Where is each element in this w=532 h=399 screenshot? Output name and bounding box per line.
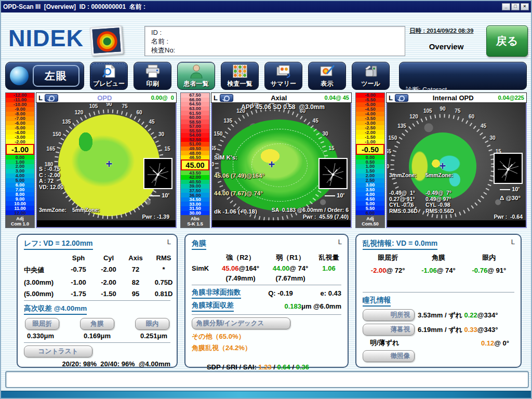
scale-cell: -4.00 (6, 130, 34, 135)
eye-indicator: L (38, 94, 43, 102)
hoa-refraction-button[interactable]: 眼屈折 (25, 318, 59, 330)
psf-inset (143, 158, 172, 189)
map-bottom-strip (387, 220, 526, 227)
map-header-value: 0.04@225 (498, 95, 525, 101)
scale-cell: -5.00 (6, 125, 34, 130)
column-header: Cyl (94, 254, 124, 262)
scale-cell: 4.00 (356, 192, 384, 197)
spherical-aberration-link[interactable]: 角膜球面収差 (192, 301, 234, 312)
scale-highlight-cell[interactable]: 45.00 (181, 159, 209, 170)
internal-map-image[interactable]: 153045607590105120135150165180 + 3mmZone… (386, 103, 527, 228)
hoa-internal-button[interactable]: 眼内 (135, 318, 169, 330)
scale-cell: 67.50 (181, 93, 209, 98)
scale-highlight-cell[interactable]: -0.50 (356, 144, 384, 155)
scale-cell: -10.00 (6, 102, 34, 107)
toolbar-button-exam-list[interactable]: 検査一覧 (221, 62, 259, 90)
axial-map-image[interactable]: 153045607590105120135150165180 + APP 45.… (211, 103, 352, 228)
scale-cell: -2.00 (356, 130, 384, 135)
weak-k-header: 弱（R1） (267, 253, 314, 262)
pupil-info-link[interactable]: 瞳孔情報 (363, 296, 391, 307)
scale-highlight-cell[interactable]: -1.00 (6, 144, 34, 155)
cornea-panel-title: 角膜 (192, 239, 206, 250)
scale-cell: 46.50 (181, 155, 209, 160)
scale-cell: -1.50 (356, 135, 384, 139)
tools-icon (364, 63, 378, 79)
scale-cell: 31.50 (181, 206, 209, 211)
sph-value: -0.75 (63, 265, 94, 275)
toolbar-button-label: 表示 (321, 79, 334, 88)
retro-illumination-button[interactable]: 徹照像 (363, 350, 415, 362)
eye-select-button[interactable]: 左眼 (5, 62, 84, 90)
window-title: OPD-Scan III [Overview] ID : 0000000001 … (3, 3, 502, 11)
mesopic-deviation: 0.33 (464, 326, 477, 334)
psf-scale-label: 10' (325, 192, 344, 198)
datetime: 日時 : 2014/09/22 08:39 (409, 27, 483, 35)
toolbar-button-display[interactable]: 表示 (308, 62, 346, 90)
scale-cell: 64.50 (181, 102, 209, 107)
ring-degree-label: 165 (386, 149, 391, 154)
scale-cell: 2.00 (6, 164, 34, 169)
photopic-button[interactable]: 明所視 (363, 309, 415, 321)
close-button[interactable]: × (521, 3, 529, 10)
scale-cell: -3.50 (356, 116, 384, 121)
hoa-cornea-button[interactable]: 角膜 (80, 318, 114, 330)
shift-deviation: 0.12 (481, 339, 494, 347)
scale-cell: 1.50 (356, 169, 384, 174)
axial-color-scale[interactable]: 67.5066.0064.5063.0061.5060.0058.5057.00… (180, 92, 210, 228)
map-header-value: 0.04@ 45 (325, 95, 349, 101)
axis-value: 72 (124, 265, 148, 275)
scale-cell: 6.00 (6, 183, 34, 188)
rms-value: 0.81D (148, 290, 180, 298)
toolbar-button-summary[interactable]: サマリー (264, 62, 302, 90)
contrast-button[interactable]: コントラスト (24, 345, 92, 357)
e-value: e: 0.43 (321, 289, 341, 297)
astig-cornea-header: 角膜 (413, 253, 463, 262)
opd-map-image[interactable]: 153045607590105120135150165180 + S : -0.… (36, 103, 177, 228)
cornea-classify-button[interactable]: 角膜分類/インデックス (192, 317, 290, 329)
scale-cell: 1.00 (6, 159, 34, 164)
scale-cell: 42.00 (181, 175, 209, 180)
asphericity-link[interactable]: 角膜非球面指数 (192, 288, 241, 299)
axial-map-header: L Axial 0.04@ 45 (211, 92, 352, 103)
refraction-overlay: S : -0.75C : -2.00A : 72VD: 12.00 (39, 166, 63, 190)
print-icon (145, 63, 161, 79)
memo-input[interactable] (5, 371, 529, 388)
mesopic-axis: @343° (477, 326, 498, 334)
opd-color-scale[interactable]: -12.00-11.00-10.00-9.00-8.00-7.00-6.00-5… (5, 92, 35, 228)
row-label: 中央値 (24, 265, 63, 275)
q-value: Q: -0.19 (268, 289, 293, 297)
cyl-amount: 1.06 (314, 264, 343, 272)
scale-cell: -1.00 (356, 139, 384, 144)
toolbar-button-print[interactable]: 印刷 (134, 62, 171, 90)
magnifier-icon[interactable] (220, 94, 233, 102)
scale-cell: -7.00 (6, 116, 34, 121)
scale-cell: -9.00 (6, 107, 34, 112)
zone5-title: 5mmZone: (72, 207, 102, 214)
scale-cell: 5.00 (6, 178, 34, 183)
internal-color-scale[interactable]: -6.00-5.50-5.00-4.50-4.00-3.50-3.00-2.50… (355, 92, 385, 228)
scale-cell: 3.50 (356, 188, 384, 192)
scale-cell: 48.00 (181, 151, 209, 155)
sdp-value: 1.23 (258, 363, 271, 371)
titlebar: OPD-Scan III [Overview] ID : 0000000001 … (1, 1, 531, 12)
eye-select-label: 左眼 (33, 65, 79, 87)
magnifier-icon[interactable] (395, 94, 408, 102)
magnifier-icon[interactable] (45, 94, 58, 102)
map-center-cross: + (269, 159, 275, 170)
toolbar-button-tools[interactable]: ツール (352, 62, 390, 90)
ring-degree-label: 105 (89, 103, 98, 109)
toolbar-button-preview[interactable]: プレビュー (90, 62, 128, 90)
simk-dk: dk -1.06 (+0.18) (214, 209, 264, 215)
astig-cornea-value: -1.06 (421, 267, 437, 274)
hoa-link[interactable]: 高次収差 @4.00mm (24, 304, 87, 315)
astig-internal-header: 眼内 (464, 253, 514, 262)
patient-id-label: ID : (151, 28, 398, 37)
minimize-button[interactable]: _ (502, 3, 510, 10)
summary-icon (276, 63, 291, 79)
scale-cell: 36.00 (181, 193, 209, 197)
mesopic-button[interactable]: 薄暮視 (363, 324, 415, 336)
toolbar-button-patient-list[interactable]: 患者一覧 (177, 62, 215, 90)
maximize-button[interactable]: □ (511, 3, 520, 10)
back-button[interactable]: 戻る (486, 25, 528, 57)
ring-degree-label: 150 (389, 135, 397, 140)
